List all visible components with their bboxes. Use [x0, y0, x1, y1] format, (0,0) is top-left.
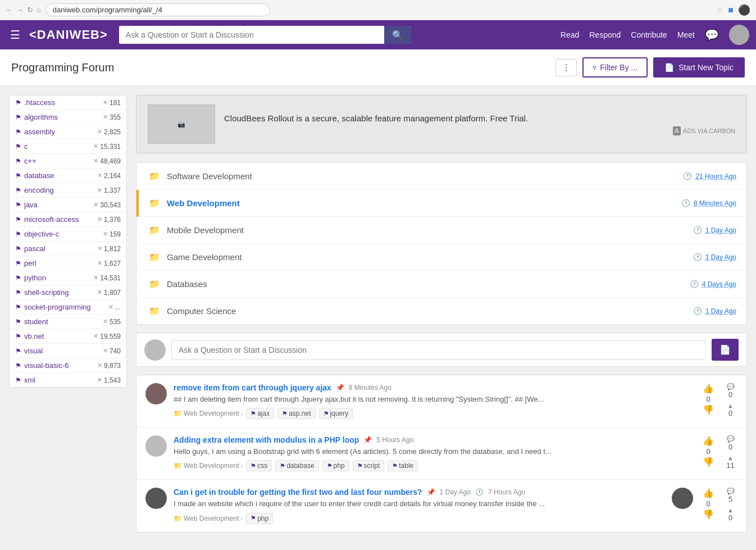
search-input[interactable]	[119, 26, 384, 44]
site-logo[interactable]: <DANIWEB>	[29, 28, 108, 42]
forum-name[interactable]: Software Development	[167, 171, 683, 181]
vote-down-button[interactable]: 👎	[703, 404, 714, 415]
forum-time[interactable]: 1 Day Ago	[705, 253, 736, 261]
post-tag[interactable]: ⚑ ajax	[246, 408, 274, 419]
sidebar-tag-item[interactable]: ⚑ .htaccess ✕ 181	[10, 96, 126, 110]
forum-name[interactable]: Game Development	[167, 252, 693, 262]
tag-name[interactable]: c	[24, 142, 93, 151]
forum-time[interactable]: 4 Days Ago	[702, 280, 736, 288]
sidebar-tag-item[interactable]: ⚑ c ✕ 15,331	[10, 139, 126, 154]
sidebar-tag-item[interactable]: ⚑ python ✕ 14,531	[10, 271, 126, 285]
sidebar-tag-item[interactable]: ⚑ assembly ✕ 2,825	[10, 125, 126, 139]
tag-name[interactable]: encoding	[24, 186, 97, 194]
sidebar-tag-item[interactable]: ⚑ java ✕ 30,543	[10, 198, 126, 212]
forum-time[interactable]: 21 Hours Ago	[695, 172, 736, 180]
post-tag-folder[interactable]: 📁 Web Development ›	[174, 515, 243, 522]
ask-input[interactable]	[171, 340, 706, 360]
post-title[interactable]: Can i get in trouble for getting the fir…	[174, 488, 422, 497]
start-topic-button[interactable]: 📄 Start New Topic	[653, 57, 745, 78]
forum-time[interactable]: 8 Minutes Ago	[694, 199, 736, 207]
post-tag-folder[interactable]: 📁 Web Development ›	[174, 462, 243, 470]
post-tag[interactable]: ⚑ asp.net	[277, 408, 315, 419]
sidebar-tag-item[interactable]: ⚑ visual ✕ 740	[10, 344, 126, 358]
nav-contribute[interactable]: Contribute	[631, 30, 667, 39]
post-tag[interactable]: ⚑ database	[275, 460, 318, 471]
forum-name[interactable]: Computer Science	[167, 306, 693, 316]
forum-time[interactable]: 1 Day Ago	[705, 226, 736, 234]
hamburger-icon[interactable]: ☰	[7, 26, 24, 44]
nav-read[interactable]: Read	[561, 30, 579, 39]
nav-respond[interactable]: Respond	[589, 30, 621, 39]
forum-row[interactable]: 📁 Computer Science 🕐 1 Day Ago	[136, 298, 746, 324]
sidebar-tag-item[interactable]: ⚑ shell-scripting ✕ 1,807	[10, 285, 126, 300]
tag-name[interactable]: socket-programming	[24, 303, 108, 311]
forum-row[interactable]: 📁 Databases 🕐 4 Days Ago	[136, 271, 746, 298]
sidebar-tag-item[interactable]: ⚑ vb.net ✕ 19,559	[10, 329, 126, 344]
sidebar-tag-item[interactable]: ⚑ socket-programming ✕ ...	[10, 300, 126, 315]
tag-name[interactable]: c++	[24, 157, 93, 165]
forum-row[interactable]: 📁 Web Development 🕐 8 Minutes Ago	[136, 190, 746, 217]
tag-name[interactable]: python	[24, 274, 93, 282]
post-tag[interactable]: ⚑ php	[322, 460, 349, 471]
user-avatar[interactable]	[729, 25, 749, 45]
more-options-button[interactable]: ⋮	[555, 59, 577, 76]
sidebar-tag-item[interactable]: ⚑ visual-basic-6 ✕ 9,873	[10, 358, 126, 373]
tag-name[interactable]: perl	[24, 259, 97, 267]
tag-name[interactable]: xml	[24, 376, 97, 384]
forward-icon[interactable]: →	[16, 6, 24, 14]
vote-up-button[interactable]: 👍	[703, 383, 714, 394]
sidebar-tag-item[interactable]: ⚑ algorithms ✕ 355	[10, 110, 126, 125]
sidebar-tag-item[interactable]: ⚑ xml ✕ 1,543	[10, 373, 126, 387]
vote-down-button[interactable]: 👎	[703, 457, 714, 467]
reload-icon[interactable]: ↻	[27, 6, 33, 14]
sidebar-tag-item[interactable]: ⚑ c++ ✕ 48,469	[10, 154, 126, 169]
sidebar-tag-item[interactable]: ⚑ student ✕ 535	[10, 315, 126, 329]
tag-name[interactable]: database	[24, 171, 97, 180]
post-tag[interactable]: ⚑ script	[353, 460, 385, 471]
sidebar-tag-item[interactable]: ⚑ perl ✕ 1,627	[10, 256, 126, 271]
url-bar[interactable]: daniweb.com/programming/all/_/4	[45, 3, 270, 16]
nav-meet[interactable]: Meet	[677, 30, 695, 39]
post-tag[interactable]: ⚑ jquery	[319, 408, 353, 419]
vote-up-button[interactable]: 👍	[703, 488, 714, 498]
extensions-icon[interactable]: ■	[728, 5, 734, 15]
sidebar-tag-item[interactable]: ⚑ objective-c ✕ 159	[10, 227, 126, 242]
tag-name[interactable]: visual-basic-6	[24, 361, 97, 370]
forum-row[interactable]: 📁 Software Development 🕐 21 Hours Ago	[136, 163, 746, 190]
tag-name[interactable]: student	[24, 317, 103, 326]
sidebar-tag-item[interactable]: ⚑ microsoft-access ✕ 1,376	[10, 212, 126, 227]
post-tag-folder[interactable]: 📁 Web Development ›	[174, 410, 243, 417]
bookmark-icon[interactable]: ☆	[717, 6, 723, 14]
tag-name[interactable]: microsoft-access	[24, 215, 97, 224]
tag-name[interactable]: visual	[24, 347, 103, 355]
post-tag[interactable]: ⚑ css	[246, 460, 272, 471]
forum-name[interactable]: Web Development	[167, 198, 681, 208]
search-button[interactable]: 🔍	[384, 26, 411, 44]
post-title[interactable]: remove item from cart through jquery aja…	[174, 383, 331, 392]
post-title[interactable]: Adding extra element with modulus in a P…	[174, 435, 359, 444]
forum-name[interactable]: Mobile Development	[167, 225, 693, 235]
tag-name[interactable]: vb.net	[24, 332, 93, 340]
tag-name[interactable]: algorithms	[24, 113, 103, 121]
vote-up-button[interactable]: 👍	[703, 435, 714, 446]
user-icon[interactable]: ⚫	[738, 4, 750, 16]
post-tag[interactable]: ⚑ php	[246, 513, 273, 524]
tag-name[interactable]: objective-c	[24, 230, 103, 238]
forum-row[interactable]: 📁 Game Development 🕐 1 Day Ago	[136, 244, 746, 271]
home-icon[interactable]: ⌂	[37, 6, 41, 14]
ask-submit-button[interactable]: 📄	[712, 339, 739, 361]
chat-icon[interactable]: 💬	[705, 28, 719, 42]
sidebar-tag-item[interactable]: ⚑ pascal ✕ 1,812	[10, 242, 126, 256]
vote-down-button[interactable]: 👎	[703, 509, 714, 520]
forum-name[interactable]: Databases	[167, 279, 690, 289]
tag-name[interactable]: .htaccess	[24, 98, 103, 107]
tag-name[interactable]: shell-scripting	[24, 288, 97, 297]
tag-name[interactable]: pascal	[24, 244, 97, 253]
tag-name[interactable]: java	[24, 201, 93, 209]
forum-time[interactable]: 1 Day Ago	[705, 307, 736, 315]
back-icon[interactable]: ←	[6, 6, 13, 14]
post-tag[interactable]: ⚑ table	[388, 460, 418, 471]
filter-button[interactable]: ▿ Filter By ...	[582, 57, 648, 78]
sidebar-tag-item[interactable]: ⚑ database ✕ 2,164	[10, 169, 126, 183]
forum-row[interactable]: 📁 Mobile Development 🕐 1 Day Ago	[136, 217, 746, 244]
